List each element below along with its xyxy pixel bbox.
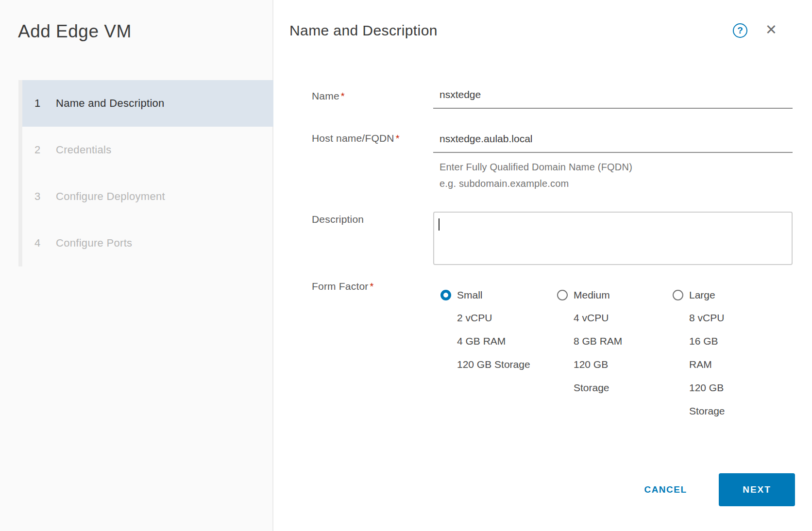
radio-label: Small [457,289,483,301]
large-specs: 8 vCPU 16 GB RAM 120 GB Storage [689,306,744,423]
hostname-help-line1: Enter Fully Qualified Domain Name (FQDN) [440,162,632,173]
hostname-input[interactable] [433,131,793,153]
page-title: Name and Description [289,22,438,39]
step-label: Credentials [56,144,112,156]
spec-ram: 8 GB RAM [574,330,628,353]
step-number: 2 [34,144,45,156]
step-number: 4 [34,237,45,249]
small-specs: 2 vCPU 4 GB RAM 120 GB Storage [457,306,555,376]
spec-storage: 120 GB Storage [457,353,555,376]
name-label: Name* [312,90,345,102]
hostname-label: Host name/FQDN* [312,133,400,144]
radio-selected-icon [440,290,451,300]
spec-ram: 16 GB RAM [689,330,744,376]
wizard-step-credentials[interactable]: 2 Credentials [22,127,273,173]
required-asterisk: * [341,91,345,101]
required-asterisk: * [396,133,400,144]
step-label: Configure Ports [56,237,132,249]
radio-unselected-icon [673,290,683,300]
step-label: Configure Deployment [56,190,165,203]
add-edge-vm-dialog: Add Edge VM 1 Name and Description 2 Cre… [0,0,812,531]
description-textarea[interactable] [433,212,793,265]
wizard-title: Add Edge VM [18,21,132,42]
close-icon[interactable]: ✕ [763,21,779,38]
hostname-help-line2: e.g. subdomain.example.com [440,178,569,189]
wizard-sidebar: Add Edge VM 1 Name and Description 2 Cre… [0,0,273,531]
medium-specs: 4 vCPU 8 GB RAM 120 GB Storage [574,306,628,399]
form-factor-label: Form Factor* [312,281,374,292]
text-cursor [439,218,440,231]
spec-cpu: 2 vCPU [457,306,555,330]
help-icon[interactable]: ? [733,23,747,38]
wizard-step-configure-deployment[interactable]: 3 Configure Deployment [22,173,273,220]
radio-unselected-icon [557,290,568,300]
spec-storage: 120 GB Storage [574,353,628,399]
radio-small[interactable]: Small [440,289,555,301]
step-number: 1 [34,97,45,110]
radio-large[interactable]: Large [673,289,787,301]
spec-ram: 4 GB RAM [457,330,555,353]
spec-cpu: 4 vCPU [574,306,628,330]
step-label: Name and Description [56,97,165,110]
radio-label: Medium [574,289,610,301]
spec-cpu: 8 vCPU [689,306,744,330]
form-factor-option-large: Large 8 vCPU 16 GB RAM 120 GB Storage [673,289,787,423]
wizard-step-name-and-description[interactable]: 1 Name and Description [22,80,273,127]
name-input[interactable] [433,86,793,109]
step-content-panel: Name and Description ? ✕ Name* Host name… [274,0,812,531]
form-factor-option-medium: Medium 4 vCPU 8 GB RAM 120 GB Storage [557,289,671,399]
wizard-step-list: 1 Name and Description 2 Credentials 3 C… [18,80,273,266]
spec-storage: 120 GB Storage [689,376,744,423]
cancel-button[interactable]: CANCEL [630,481,701,498]
radio-medium[interactable]: Medium [557,289,671,301]
next-button[interactable]: NEXT [719,473,795,506]
step-number: 3 [34,190,45,203]
radio-label: Large [689,289,715,301]
wizard-step-configure-ports[interactable]: 4 Configure Ports [22,220,273,266]
required-asterisk: * [370,281,374,292]
description-label: Description [312,214,364,225]
form-factor-option-small: Small 2 vCPU 4 GB RAM 120 GB Storage [440,289,555,376]
